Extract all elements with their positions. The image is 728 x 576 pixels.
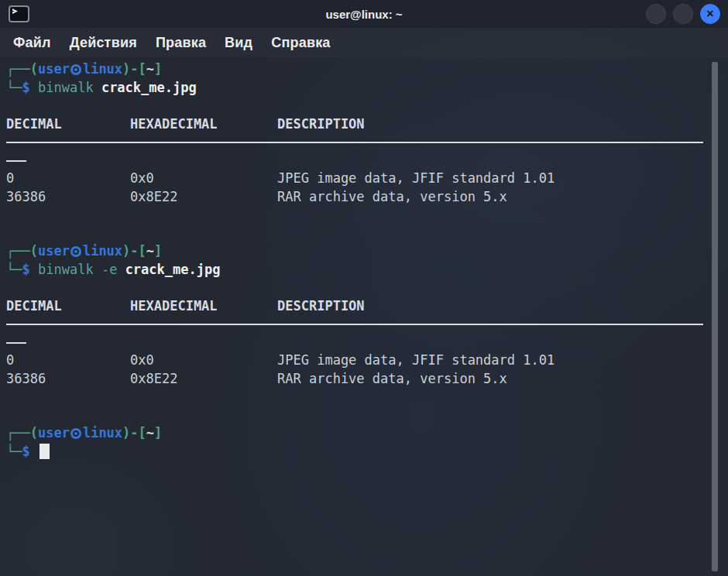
window-title: user@linux: ~ bbox=[0, 0, 728, 28]
table-header-row: DECIMALHEXADECIMALDESCRIPTION bbox=[6, 297, 728, 316]
prompt-frame: └─ bbox=[6, 444, 22, 459]
current-prompt-line: └─$ bbox=[6, 443, 728, 461]
prompt-host: linux bbox=[83, 61, 122, 77]
table-row: 363860x8E22RAR archive data, version 5.x bbox=[6, 370, 728, 389]
prompt-dollar: $ bbox=[22, 444, 29, 459]
prompt-dollar: $ bbox=[22, 80, 29, 95]
minimize-button[interactable] bbox=[646, 4, 666, 24]
kali-at-symbol-core bbox=[73, 249, 79, 255]
maximize-button[interactable] bbox=[673, 4, 693, 24]
terminal-app-icon bbox=[9, 5, 29, 22]
command-program: binwalk bbox=[38, 262, 94, 277]
table-separator bbox=[6, 315, 728, 334]
header-decimal: DECIMAL bbox=[6, 115, 130, 134]
cell-hexadecimal: 0x0 bbox=[130, 170, 277, 188]
table-separator-wrap bbox=[6, 152, 728, 170]
prompt-frame: ┌──( bbox=[6, 243, 38, 259]
prompt-frame: )-[ bbox=[122, 243, 146, 259]
command-argument: crack_me.jpg bbox=[125, 262, 221, 277]
table-separator-wrap bbox=[6, 334, 728, 352]
cell-decimal: 0 bbox=[6, 351, 130, 370]
prompt-line-top: ┌──(userlinux)-[~] bbox=[6, 424, 728, 443]
menu-bar: Файл Действия Правка Вид Справка bbox=[0, 28, 728, 57]
command-argument: crack_me.jpg bbox=[101, 80, 197, 95]
header-description: DESCRIPTION bbox=[277, 298, 365, 314]
prompt-line-top: ┌──(userlinux)-[~] bbox=[6, 60, 728, 79]
menu-edit[interactable]: Правка bbox=[156, 35, 206, 51]
scrollbar[interactable] bbox=[712, 62, 718, 571]
cell-description: JPEG image data, JFIF standard 1.01 bbox=[277, 170, 555, 186]
prompt-frame: ] bbox=[154, 425, 162, 441]
cell-decimal: 36386 bbox=[6, 188, 130, 207]
cell-hexadecimal: 0x0 bbox=[130, 351, 277, 370]
prompt-path: ~ bbox=[146, 425, 154, 441]
menu-help[interactable]: Справка bbox=[271, 35, 330, 51]
header-decimal: DECIMAL bbox=[6, 297, 130, 316]
terminal-cursor bbox=[39, 444, 50, 459]
kali-at-symbol-core bbox=[73, 430, 79, 437]
table-row: 00x0JPEG image data, JFIF standard 1.01 bbox=[6, 351, 728, 370]
prompt-path: ~ bbox=[146, 61, 154, 77]
prompt-dollar: $ bbox=[22, 262, 29, 277]
prompt-user: user bbox=[38, 425, 70, 441]
prompt-path: ~ bbox=[146, 243, 154, 259]
kali-at-symbol-core bbox=[73, 67, 79, 73]
prompt-frame: ] bbox=[154, 243, 162, 259]
header-hexadecimal: HEXADECIMAL bbox=[130, 115, 277, 134]
cell-decimal: 36386 bbox=[6, 370, 130, 389]
window-controls: × bbox=[646, 4, 720, 24]
prompt-frame: └─ bbox=[6, 80, 22, 95]
cell-description: RAR archive data, version 5.x bbox=[277, 189, 507, 204]
table-header-row: DECIMALHEXADECIMALDESCRIPTION bbox=[6, 115, 728, 134]
prompt-user: user bbox=[38, 61, 70, 77]
table-row: 00x0JPEG image data, JFIF standard 1.01 bbox=[6, 170, 728, 188]
table-separator bbox=[6, 133, 728, 152]
cell-hexadecimal: 0x8E22 bbox=[130, 370, 277, 389]
header-hexadecimal: HEXADECIMAL bbox=[130, 297, 277, 316]
title-bar: user@linux: ~ × bbox=[0, 0, 728, 28]
command-line: └─$ binwalk -e crack_me.jpg bbox=[6, 261, 728, 279]
prompt-user: user bbox=[38, 243, 70, 259]
cell-hexadecimal: 0x8E22 bbox=[130, 188, 277, 207]
prompt-host: linux bbox=[83, 243, 122, 259]
cell-description: RAR archive data, version 5.x bbox=[277, 371, 507, 386]
close-icon: × bbox=[706, 8, 713, 20]
cell-description: JPEG image data, JFIF standard 1.01 bbox=[277, 352, 555, 368]
prompt-frame: ┌──( bbox=[6, 61, 38, 77]
command-program: binwalk bbox=[38, 80, 94, 95]
command-line: └─$ binwalk crack_me.jpg bbox=[6, 79, 728, 98]
prompt-frame: )-[ bbox=[122, 425, 146, 441]
menu-file[interactable]: Файл bbox=[13, 35, 51, 51]
kali-at-symbol-icon bbox=[70, 64, 81, 75]
kali-at-symbol-icon bbox=[70, 246, 81, 257]
menu-actions[interactable]: Действия bbox=[70, 35, 137, 51]
kali-at-symbol-icon bbox=[70, 428, 81, 439]
header-description: DESCRIPTION bbox=[277, 116, 365, 132]
cell-decimal: 0 bbox=[6, 170, 130, 188]
prompt-frame: ┌──( bbox=[6, 425, 38, 441]
command-option: -e bbox=[101, 262, 117, 277]
prompt-frame: └─ bbox=[6, 262, 22, 277]
close-button[interactable]: × bbox=[700, 4, 720, 24]
terminal-prompt-glyph-icon bbox=[12, 9, 18, 14]
prompt-frame: ] bbox=[154, 61, 162, 77]
menu-view[interactable]: Вид bbox=[225, 35, 252, 51]
prompt-frame: )-[ bbox=[122, 61, 146, 77]
prompt-line-top: ┌──(userlinux)-[~] bbox=[6, 242, 728, 261]
terminal-content[interactable]: ┌──(userlinux)-[~] └─$ binwalk crack_me.… bbox=[0, 57, 728, 576]
prompt-host: linux bbox=[83, 425, 122, 441]
table-row: 363860x8E22RAR archive data, version 5.x bbox=[6, 188, 728, 207]
